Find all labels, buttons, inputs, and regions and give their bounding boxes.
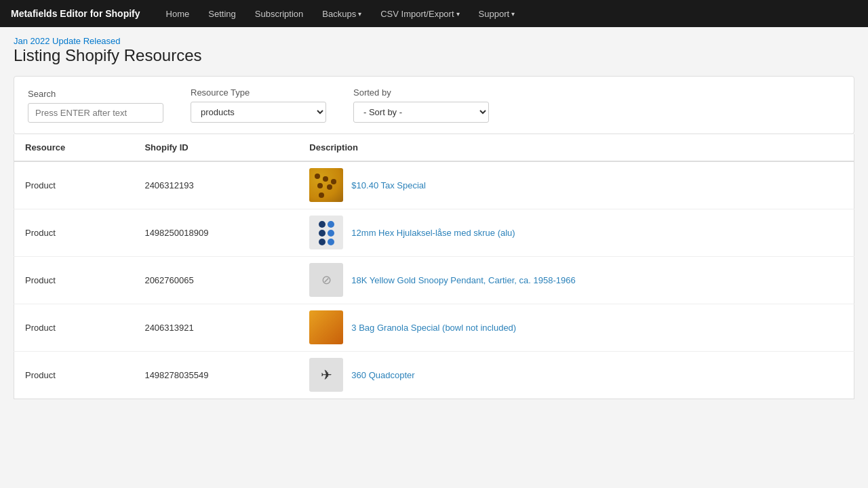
cell-description: $10.40 Tax Special xyxy=(298,161,854,209)
nav-home[interactable]: Home xyxy=(157,0,199,27)
cell-description: ⊘ 18K Yellow Gold Snoopy Pendant, Cartie… xyxy=(298,256,854,304)
filter-bar: Search Resource Type products collection… xyxy=(14,76,854,134)
sorted-by-group: Sorted by - Sort by - Title A-Z Title Z-… xyxy=(353,87,489,123)
col-resource: Resource xyxy=(14,134,134,161)
cell-description: 3 Bag Granola Special (bowl not included… xyxy=(298,304,854,351)
update-banner[interactable]: Jan 2022 Update Released xyxy=(14,36,121,46)
nav-backups[interactable]: Backups xyxy=(313,0,371,27)
search-label: Search xyxy=(28,89,163,99)
product-link[interactable]: 3 Bag Granola Special (bowl not included… xyxy=(351,323,516,333)
page-title: Listing Shopify Resources xyxy=(14,46,854,65)
col-shopify-id: Shopify ID xyxy=(134,134,298,161)
product-link[interactable]: 12mm Hex Hjulaksel-låse med skrue (alu) xyxy=(351,228,515,238)
product-link[interactable]: 18K Yellow Gold Snoopy Pendant, Cartier,… xyxy=(351,275,575,285)
product-image: ✈ xyxy=(309,358,343,392)
table-row: Product 2062760065 ⊘ 18K Yellow Gold Sno… xyxy=(14,256,854,304)
table-row: Product 1498250018909 12mm Hex Hjulaksel… xyxy=(14,209,854,256)
cell-shopify-id: 2406313921 xyxy=(134,304,298,351)
cell-resource: Product xyxy=(14,351,134,399)
cell-shopify-id: 1498250018909 xyxy=(134,209,298,256)
cell-description: ✈ 360 Quadcopter xyxy=(298,351,854,399)
cell-resource: Product xyxy=(14,304,134,351)
resource-type-group: Resource Type products collections custo… xyxy=(191,87,326,123)
resource-type-select[interactable]: products collections customers orders bl… xyxy=(191,102,326,123)
search-group: Search xyxy=(28,89,163,123)
navbar: Metafields Editor for Shopify Home Setti… xyxy=(0,0,868,27)
cell-resource: Product xyxy=(14,209,134,256)
nav-links: Home Setting Subscription Backups CSV Im… xyxy=(157,0,857,27)
cell-resource: Product xyxy=(14,256,134,304)
cell-shopify-id: 2062760065 xyxy=(134,256,298,304)
cell-shopify-id: 1498278035549 xyxy=(134,351,298,399)
product-image xyxy=(309,216,343,249)
search-input[interactable] xyxy=(28,103,163,123)
nav-subscription[interactable]: Subscription xyxy=(245,0,313,27)
resource-type-label: Resource Type xyxy=(191,87,326,98)
product-link[interactable]: 360 Quadcopter xyxy=(351,370,414,380)
navbar-brand: Metafields Editor for Shopify xyxy=(11,8,140,19)
nav-csv[interactable]: CSV Import/Export xyxy=(371,0,469,27)
product-link[interactable]: $10.40 Tax Special xyxy=(351,180,426,190)
cell-resource: Product xyxy=(14,161,134,209)
table-header-row: Resource Shopify ID Description xyxy=(14,134,854,161)
main-content: Jan 2022 Update Released Listing Shopify… xyxy=(0,27,868,488)
nav-setting[interactable]: Setting xyxy=(199,0,245,27)
product-image xyxy=(309,310,343,344)
cell-shopify-id: 2406312193 xyxy=(134,161,298,209)
product-image xyxy=(309,168,343,202)
sorted-by-label: Sorted by xyxy=(353,87,489,98)
sorted-by-select[interactable]: - Sort by - Title A-Z Title Z-A ID Ascen… xyxy=(353,102,489,123)
nav-support[interactable]: Support xyxy=(469,0,525,27)
table-row: Product 2406312193 $10.40 Tax Special xyxy=(14,161,854,209)
resource-table: Resource Shopify ID Description Product … xyxy=(14,134,854,399)
table-row: Product 2406313921 3 Bag Granola Special… xyxy=(14,304,854,351)
table-row: Product 1498278035549 ✈ 360 Quadcopter xyxy=(14,351,854,399)
col-description: Description xyxy=(298,134,854,161)
product-image: ⊘ xyxy=(309,263,343,297)
cell-description: 12mm Hex Hjulaksel-låse med skrue (alu) xyxy=(298,209,854,256)
